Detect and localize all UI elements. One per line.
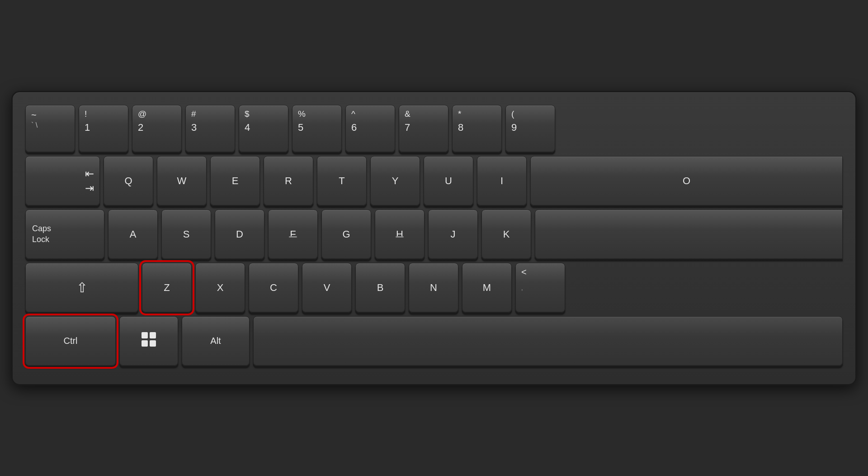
key-C[interactable]: C (249, 263, 298, 313)
key-lt-top: < (521, 267, 527, 277)
tab-icon2: ⇥ (85, 181, 94, 195)
svg-rect-0 (142, 332, 148, 338)
key-N[interactable]: N (409, 263, 458, 313)
key-A[interactable]: A (108, 209, 158, 259)
row-qwerty: ⇤ ⇥ Q W E R T Y U I O (25, 156, 843, 206)
key-5-top: % (298, 109, 306, 119)
key-4-top: $ (245, 109, 250, 119)
key-Z-label: Z (164, 282, 170, 294)
key-8-top: * (458, 109, 461, 119)
key-I-label: I (500, 175, 503, 187)
key-windows[interactable] (119, 316, 178, 366)
key-D[interactable]: D (215, 209, 264, 259)
svg-rect-3 (150, 340, 156, 347)
key-J-label: J (451, 228, 456, 240)
key-6-top: ^ (351, 109, 355, 119)
key-K-label: K (503, 228, 510, 240)
key-6[interactable]: ^ 6 (345, 105, 395, 152)
key-S[interactable]: S (161, 209, 211, 259)
key-B[interactable]: B (355, 263, 405, 313)
row-bottom: Ctrl Alt (25, 316, 843, 366)
key-1-top: ! (85, 109, 87, 119)
key-shift-left[interactable]: ⇧ (25, 263, 138, 313)
key-Q[interactable]: Q (104, 156, 153, 206)
key-U[interactable]: U (424, 156, 473, 206)
key-7-top: & (405, 109, 410, 119)
key-3-top: # (191, 109, 196, 119)
key-N-label: N (430, 282, 437, 294)
key-K[interactable]: K (481, 209, 531, 259)
key-G-label: G (342, 228, 350, 240)
key-J[interactable]: J (428, 209, 478, 259)
key-V[interactable]: V (302, 263, 352, 313)
key-B-label: B (377, 282, 384, 294)
caps-lock-label: Caps Lock (32, 224, 51, 245)
key-W-label: W (177, 175, 187, 187)
key-X[interactable]: X (195, 263, 245, 313)
key-ctrl-label: Ctrl (63, 336, 77, 346)
key-U-label: U (445, 175, 452, 187)
key-I[interactable]: I (477, 156, 527, 206)
key-9[interactable]: ( 9 (505, 105, 555, 152)
keyboard: ~ ` \ ! 1 @ 2 # 3 $ 4 % 5 ^ 6 & 7 (11, 91, 857, 386)
key-D-label: D (236, 228, 243, 240)
key-alt[interactable]: Alt (182, 316, 250, 366)
key-7[interactable]: & 7 (399, 105, 448, 152)
tilde-top: ~ (31, 110, 37, 120)
key-2-top: @ (138, 109, 146, 119)
key-5-bottom: 5 (298, 122, 303, 133)
row-zxcv: ⇧ Z X C V B N M < , (25, 263, 843, 313)
key-Y[interactable]: Y (370, 156, 420, 206)
key-2[interactable]: @ 2 (132, 105, 182, 152)
key-8-bottom: 8 (458, 122, 463, 133)
shift-left-label: ⇧ (76, 280, 88, 295)
key-E-label: E (232, 175, 239, 187)
key-T-label: T (339, 175, 344, 187)
key-M-label: M (483, 282, 491, 294)
key-R[interactable]: R (264, 156, 313, 206)
key-M[interactable]: M (462, 263, 512, 313)
key-Q-label: Q (124, 175, 132, 187)
key-H[interactable]: H (375, 209, 425, 259)
key-7-bottom: 7 (405, 122, 410, 133)
key-1[interactable]: ! 1 (79, 105, 128, 152)
key-T[interactable]: T (317, 156, 367, 206)
key-O-label: O (683, 175, 690, 187)
key-space[interactable] (253, 316, 843, 366)
svg-rect-2 (142, 340, 148, 347)
key-Z[interactable]: Z (142, 263, 192, 313)
row-asdf: Caps Lock A S D F G H J K (25, 209, 843, 259)
key-W[interactable]: W (157, 156, 207, 206)
key-4-bottom: 4 (245, 122, 250, 133)
key-alt-label: Alt (210, 336, 221, 346)
key-H-label: H (396, 228, 403, 240)
key-4[interactable]: $ 4 (239, 105, 288, 152)
key-8[interactable]: * 8 (452, 105, 502, 152)
key-ctrl[interactable]: Ctrl (25, 316, 116, 366)
tab-icon: ⇤ (85, 167, 94, 181)
key-9-bottom: 9 (511, 122, 517, 133)
key-G[interactable]: G (321, 209, 371, 259)
key-R-label: R (285, 175, 292, 187)
key-9-top: ( (511, 109, 514, 119)
key-tilde[interactable]: ~ ` \ (25, 105, 75, 152)
key-F-label: F (290, 228, 296, 240)
key-O-partial[interactable]: O (530, 156, 843, 206)
key-6-bottom: 6 (351, 122, 357, 133)
key-caps-lock[interactable]: Caps Lock (25, 209, 104, 259)
tilde-secondary: ` \ (31, 121, 38, 129)
key-F[interactable]: F (268, 209, 318, 259)
key-L-partial[interactable] (535, 209, 843, 259)
key-1-bottom: 1 (85, 122, 90, 133)
key-A-label: A (130, 228, 137, 240)
key-lt[interactable]: < , (515, 263, 565, 313)
key-S-label: S (183, 228, 190, 240)
key-3[interactable]: # 3 (185, 105, 235, 152)
key-E[interactable]: E (210, 156, 260, 206)
key-5[interactable]: % 5 (292, 105, 342, 152)
key-tab[interactable]: ⇤ ⇥ (25, 156, 100, 206)
row-numbers: ~ ` \ ! 1 @ 2 # 3 $ 4 % 5 ^ 6 & 7 (25, 105, 843, 152)
key-V-label: V (324, 282, 330, 294)
key-Y-label: Y (392, 175, 399, 187)
key-3-bottom: 3 (191, 122, 197, 133)
